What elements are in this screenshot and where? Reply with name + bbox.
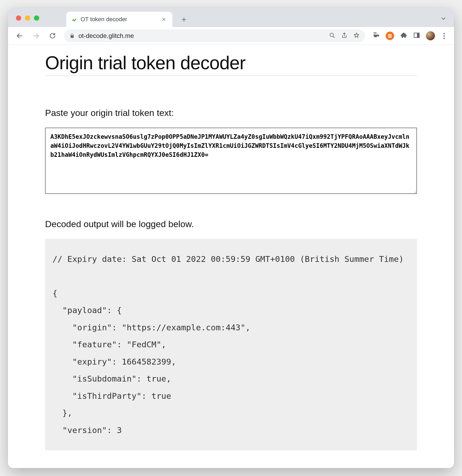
tab-close-button[interactable]	[160, 16, 168, 23]
tab-favicon-icon	[71, 16, 77, 22]
tab-title: OT token decoder	[81, 16, 156, 23]
panel-icon[interactable]	[413, 32, 420, 40]
tab-strip: OT token decoder	[8, 8, 454, 27]
window-zoom-button[interactable]	[34, 15, 39, 21]
decoded-output: // Expiry date: Sat Oct 01 2022 00:59:59…	[45, 239, 417, 450]
reload-button[interactable]	[48, 31, 57, 41]
url-text: ot-decode.glitch.me	[78, 32, 325, 40]
page-content: Origin trial token decoder Paste your or…	[8, 45, 454, 468]
extension-circle-icon[interactable]	[386, 32, 394, 40]
address-bar[interactable]: ot-decode.glitch.me	[64, 29, 365, 42]
browser-toolbar: ot-decode.glitch.me	[8, 27, 454, 45]
svg-point-0	[330, 33, 333, 37]
back-button[interactable]	[15, 31, 24, 41]
lock-icon	[69, 33, 75, 38]
browser-tab[interactable]: OT token decoder	[66, 12, 172, 27]
tabs-menu-button[interactable]	[440, 15, 447, 23]
bookmark-star-icon[interactable]	[353, 32, 360, 40]
window-minimize-button[interactable]	[25, 15, 30, 21]
forward-button[interactable]	[31, 31, 41, 41]
browser-window: OT token decoder	[8, 8, 454, 468]
extensions-puzzle-icon[interactable]	[400, 32, 407, 40]
coffee-icon[interactable]	[372, 31, 380, 40]
output-label: Decoded output will be logged below.	[45, 219, 417, 229]
share-icon[interactable]	[341, 32, 347, 40]
profile-avatar[interactable]	[426, 31, 435, 40]
kebab-menu-icon[interactable]	[441, 33, 447, 39]
window-controls	[16, 15, 39, 21]
token-input[interactable]: A3KDhE5exJOzckewvsnaSO6uslg7zPop0OPP5aDN…	[45, 128, 417, 194]
search-icon[interactable]	[329, 32, 335, 40]
svg-rect-2	[417, 33, 419, 37]
page-title: Origin trial token decoder	[45, 52, 417, 73]
new-tab-button[interactable]	[178, 13, 190, 26]
divider	[45, 76, 417, 76]
input-label: Paste your origin trial token text:	[45, 108, 417, 118]
window-close-button[interactable]	[16, 15, 21, 21]
toolbar-actions	[372, 31, 447, 40]
